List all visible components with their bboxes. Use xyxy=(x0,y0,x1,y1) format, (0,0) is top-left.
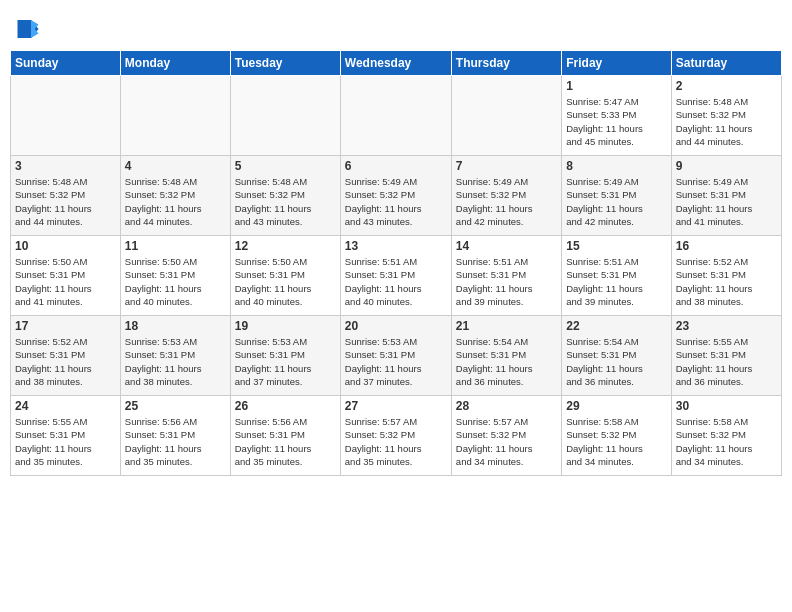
week-row-1: 1Sunrise: 5:47 AMSunset: 5:33 PMDaylight… xyxy=(11,76,782,156)
day-info: Sunrise: 5:48 AMSunset: 5:32 PMDaylight:… xyxy=(676,95,777,148)
header-friday: Friday xyxy=(562,51,671,76)
day-info: Sunrise: 5:49 AMSunset: 5:32 PMDaylight:… xyxy=(345,175,447,228)
day-number: 9 xyxy=(676,159,777,173)
day-cell-16: 16Sunrise: 5:52 AMSunset: 5:31 PMDayligh… xyxy=(671,236,781,316)
day-number: 26 xyxy=(235,399,336,413)
day-number: 4 xyxy=(125,159,226,173)
day-cell-18: 18Sunrise: 5:53 AMSunset: 5:31 PMDayligh… xyxy=(120,316,230,396)
day-info: Sunrise: 5:53 AMSunset: 5:31 PMDaylight:… xyxy=(125,335,226,388)
header-monday: Monday xyxy=(120,51,230,76)
week-row-2: 3Sunrise: 5:48 AMSunset: 5:32 PMDaylight… xyxy=(11,156,782,236)
day-cell-1: 1Sunrise: 5:47 AMSunset: 5:33 PMDaylight… xyxy=(562,76,671,156)
day-number: 5 xyxy=(235,159,336,173)
day-number: 2 xyxy=(676,79,777,93)
day-number: 30 xyxy=(676,399,777,413)
day-info: Sunrise: 5:52 AMSunset: 5:31 PMDaylight:… xyxy=(676,255,777,308)
day-number: 27 xyxy=(345,399,447,413)
day-info: Sunrise: 5:53 AMSunset: 5:31 PMDaylight:… xyxy=(235,335,336,388)
day-number: 10 xyxy=(15,239,116,253)
day-cell-8: 8Sunrise: 5:49 AMSunset: 5:31 PMDaylight… xyxy=(562,156,671,236)
day-number: 6 xyxy=(345,159,447,173)
day-info: Sunrise: 5:48 AMSunset: 5:32 PMDaylight:… xyxy=(235,175,336,228)
header-thursday: Thursday xyxy=(451,51,561,76)
day-number: 12 xyxy=(235,239,336,253)
day-info: Sunrise: 5:49 AMSunset: 5:31 PMDaylight:… xyxy=(566,175,666,228)
day-cell-12: 12Sunrise: 5:50 AMSunset: 5:31 PMDayligh… xyxy=(230,236,340,316)
day-cell-29: 29Sunrise: 5:58 AMSunset: 5:32 PMDayligh… xyxy=(562,396,671,476)
day-cell-26: 26Sunrise: 5:56 AMSunset: 5:31 PMDayligh… xyxy=(230,396,340,476)
day-cell-23: 23Sunrise: 5:55 AMSunset: 5:31 PMDayligh… xyxy=(671,316,781,396)
empty-cell xyxy=(11,76,121,156)
day-number: 24 xyxy=(15,399,116,413)
day-number: 14 xyxy=(456,239,557,253)
day-cell-28: 28Sunrise: 5:57 AMSunset: 5:32 PMDayligh… xyxy=(451,396,561,476)
day-number: 18 xyxy=(125,319,226,333)
day-number: 28 xyxy=(456,399,557,413)
day-info: Sunrise: 5:58 AMSunset: 5:32 PMDaylight:… xyxy=(676,415,777,468)
day-info: Sunrise: 5:47 AMSunset: 5:33 PMDaylight:… xyxy=(566,95,666,148)
week-row-3: 10Sunrise: 5:50 AMSunset: 5:31 PMDayligh… xyxy=(11,236,782,316)
day-number: 19 xyxy=(235,319,336,333)
day-number: 25 xyxy=(125,399,226,413)
day-info: Sunrise: 5:51 AMSunset: 5:31 PMDaylight:… xyxy=(566,255,666,308)
day-number: 22 xyxy=(566,319,666,333)
day-number: 8 xyxy=(566,159,666,173)
day-number: 20 xyxy=(345,319,447,333)
day-cell-19: 19Sunrise: 5:53 AMSunset: 5:31 PMDayligh… xyxy=(230,316,340,396)
day-cell-10: 10Sunrise: 5:50 AMSunset: 5:31 PMDayligh… xyxy=(11,236,121,316)
day-number: 3 xyxy=(15,159,116,173)
day-info: Sunrise: 5:48 AMSunset: 5:32 PMDaylight:… xyxy=(125,175,226,228)
day-number: 1 xyxy=(566,79,666,93)
day-number: 7 xyxy=(456,159,557,173)
day-info: Sunrise: 5:57 AMSunset: 5:32 PMDaylight:… xyxy=(456,415,557,468)
day-number: 11 xyxy=(125,239,226,253)
day-info: Sunrise: 5:55 AMSunset: 5:31 PMDaylight:… xyxy=(676,335,777,388)
day-number: 29 xyxy=(566,399,666,413)
day-number: 16 xyxy=(676,239,777,253)
day-cell-5: 5Sunrise: 5:48 AMSunset: 5:32 PMDaylight… xyxy=(230,156,340,236)
day-cell-11: 11Sunrise: 5:50 AMSunset: 5:31 PMDayligh… xyxy=(120,236,230,316)
day-info: Sunrise: 5:50 AMSunset: 5:31 PMDaylight:… xyxy=(125,255,226,308)
day-cell-9: 9Sunrise: 5:49 AMSunset: 5:31 PMDaylight… xyxy=(671,156,781,236)
day-info: Sunrise: 5:54 AMSunset: 5:31 PMDaylight:… xyxy=(566,335,666,388)
page-header xyxy=(10,10,782,44)
day-info: Sunrise: 5:55 AMSunset: 5:31 PMDaylight:… xyxy=(15,415,116,468)
day-info: Sunrise: 5:54 AMSunset: 5:31 PMDaylight:… xyxy=(456,335,557,388)
day-info: Sunrise: 5:53 AMSunset: 5:31 PMDaylight:… xyxy=(345,335,447,388)
day-number: 15 xyxy=(566,239,666,253)
calendar-table: SundayMondayTuesdayWednesdayThursdayFrid… xyxy=(10,50,782,476)
header-tuesday: Tuesday xyxy=(230,51,340,76)
day-number: 23 xyxy=(676,319,777,333)
day-info: Sunrise: 5:50 AMSunset: 5:31 PMDaylight:… xyxy=(235,255,336,308)
day-info: Sunrise: 5:58 AMSunset: 5:32 PMDaylight:… xyxy=(566,415,666,468)
day-info: Sunrise: 5:57 AMSunset: 5:32 PMDaylight:… xyxy=(345,415,447,468)
day-number: 13 xyxy=(345,239,447,253)
day-cell-27: 27Sunrise: 5:57 AMSunset: 5:32 PMDayligh… xyxy=(340,396,451,476)
day-cell-13: 13Sunrise: 5:51 AMSunset: 5:31 PMDayligh… xyxy=(340,236,451,316)
empty-cell xyxy=(120,76,230,156)
day-cell-3: 3Sunrise: 5:48 AMSunset: 5:32 PMDaylight… xyxy=(11,156,121,236)
week-row-4: 17Sunrise: 5:52 AMSunset: 5:31 PMDayligh… xyxy=(11,316,782,396)
header-wednesday: Wednesday xyxy=(340,51,451,76)
day-cell-17: 17Sunrise: 5:52 AMSunset: 5:31 PMDayligh… xyxy=(11,316,121,396)
day-cell-7: 7Sunrise: 5:49 AMSunset: 5:32 PMDaylight… xyxy=(451,156,561,236)
day-info: Sunrise: 5:49 AMSunset: 5:32 PMDaylight:… xyxy=(456,175,557,228)
day-number: 21 xyxy=(456,319,557,333)
day-info: Sunrise: 5:56 AMSunset: 5:31 PMDaylight:… xyxy=(235,415,336,468)
logo xyxy=(10,14,42,44)
day-info: Sunrise: 5:51 AMSunset: 5:31 PMDaylight:… xyxy=(345,255,447,308)
header-saturday: Saturday xyxy=(671,51,781,76)
day-cell-6: 6Sunrise: 5:49 AMSunset: 5:32 PMDaylight… xyxy=(340,156,451,236)
day-cell-21: 21Sunrise: 5:54 AMSunset: 5:31 PMDayligh… xyxy=(451,316,561,396)
day-cell-15: 15Sunrise: 5:51 AMSunset: 5:31 PMDayligh… xyxy=(562,236,671,316)
empty-cell xyxy=(340,76,451,156)
day-number: 17 xyxy=(15,319,116,333)
day-cell-30: 30Sunrise: 5:58 AMSunset: 5:32 PMDayligh… xyxy=(671,396,781,476)
day-info: Sunrise: 5:50 AMSunset: 5:31 PMDaylight:… xyxy=(15,255,116,308)
calendar-header-row: SundayMondayTuesdayWednesdayThursdayFrid… xyxy=(11,51,782,76)
day-cell-2: 2Sunrise: 5:48 AMSunset: 5:32 PMDaylight… xyxy=(671,76,781,156)
logo-icon xyxy=(10,14,40,44)
day-cell-20: 20Sunrise: 5:53 AMSunset: 5:31 PMDayligh… xyxy=(340,316,451,396)
day-info: Sunrise: 5:48 AMSunset: 5:32 PMDaylight:… xyxy=(15,175,116,228)
day-info: Sunrise: 5:52 AMSunset: 5:31 PMDaylight:… xyxy=(15,335,116,388)
